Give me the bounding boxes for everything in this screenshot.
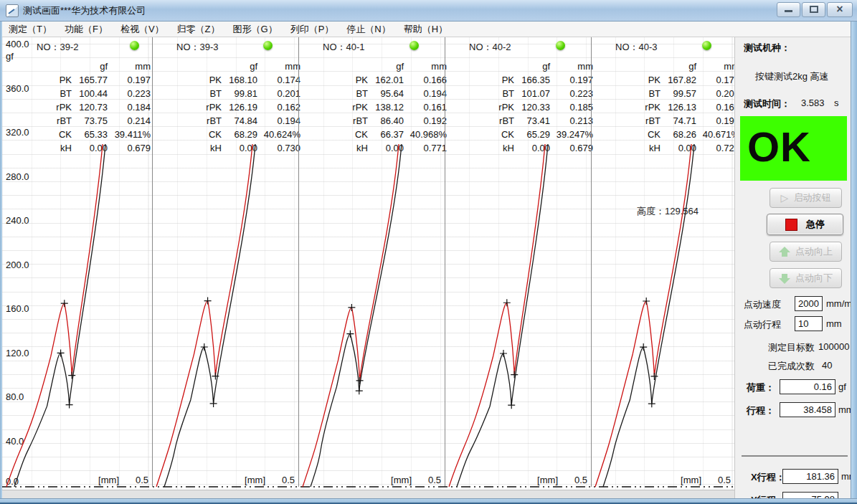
data-point-marker xyxy=(503,299,511,306)
data-point-marker xyxy=(346,331,354,338)
stroke-label: 行程： xyxy=(747,404,775,417)
test-time-value: 3.583 xyxy=(801,98,825,108)
menu-item-1[interactable]: 功能（F） xyxy=(58,22,114,37)
start-button[interactable]: ▷ 启动按钮 xyxy=(770,188,842,208)
menu-bar: 测定（T）功能（F）检视（V）归零（Z）图形（G）列印（P）停止（N）帮助（H） xyxy=(2,22,855,37)
test-time-label: 测试时间： xyxy=(744,98,790,110)
menu-item-2[interactable]: 检视（V） xyxy=(114,22,171,37)
menu-item-7[interactable]: 帮助（H） xyxy=(397,22,454,37)
jog-stroke-input[interactable]: 10 xyxy=(795,316,823,331)
window-border-right xyxy=(851,22,857,504)
data-point-marker xyxy=(204,298,212,305)
menu-item-0[interactable]: 测定（T） xyxy=(2,22,58,37)
load-unit: gf xyxy=(838,381,846,392)
chart-area: 400.0gf360.0320.0280.0240.0200.0160.0120… xyxy=(2,37,734,490)
window-border-bottom xyxy=(0,498,857,504)
app-window: 测试画面***华为技术有限公司 测定（T）功能（F）检视（V）归零（Z）图形（G… xyxy=(0,0,857,504)
data-point-marker xyxy=(348,304,355,311)
stroke-value: 38.458 xyxy=(780,402,835,417)
target-count-label: 测定目标数 xyxy=(768,341,815,354)
start-button-label: 启动按钮 xyxy=(793,191,830,204)
data-point-marker xyxy=(500,350,507,357)
data-point-marker xyxy=(511,371,518,379)
bottom-strip xyxy=(2,490,734,498)
load-value: 0.16 xyxy=(780,379,835,394)
emergency-stop-label: 急停 xyxy=(806,218,825,231)
done-count-label: 已完成次数 xyxy=(768,360,815,373)
data-point-marker xyxy=(650,373,658,380)
machine-type-value: 按键测试2kg 高速 xyxy=(755,70,829,83)
jog-down-label: 点动向下 xyxy=(795,272,833,285)
target-count-value: 100000 xyxy=(818,341,849,352)
result-text: OK xyxy=(740,116,847,178)
titlebar: 测试画面***华为技术有限公司 xyxy=(0,0,857,22)
data-point-marker xyxy=(68,372,75,379)
done-count-value: 40 xyxy=(822,360,832,371)
jog-down-button[interactable]: 点动向下 xyxy=(770,268,842,288)
menu-item-4[interactable]: 图形（G） xyxy=(227,22,284,37)
test-time-unit: s xyxy=(834,98,839,108)
arrow-up-icon xyxy=(779,247,790,257)
press-curve xyxy=(595,144,691,487)
data-point-marker xyxy=(57,349,65,356)
result-box: OK xyxy=(740,116,847,181)
menu-item-3[interactable]: 归零（Z） xyxy=(171,22,227,37)
window-title: 测试画面***华为技术有限公司 xyxy=(23,4,146,17)
press-curve xyxy=(6,144,103,487)
x-stroke-label: X行程： xyxy=(751,471,785,484)
stop-square-icon xyxy=(785,219,797,231)
data-point-marker xyxy=(201,343,208,351)
restore-button[interactable] xyxy=(802,2,825,17)
height-annotation: 高度：129.564 xyxy=(637,206,699,217)
app-icon xyxy=(6,4,19,17)
press-curve xyxy=(156,144,252,487)
x-stroke-value: 181.36 xyxy=(782,469,838,484)
minimize-button[interactable] xyxy=(777,2,800,17)
data-point-marker xyxy=(356,377,364,384)
press-curve xyxy=(303,144,399,487)
data-point-marker xyxy=(648,400,655,407)
arrow-down-icon xyxy=(779,273,790,284)
jog-speed-unit: mm/m xyxy=(826,298,852,309)
data-point-marker xyxy=(356,387,363,394)
jog-stroke-label: 点动行程 xyxy=(744,318,781,331)
sidebar-divider xyxy=(742,455,848,457)
jog-up-button[interactable]: 点动向上 xyxy=(770,242,842,262)
machine-type-label: 测试机种： xyxy=(744,42,790,54)
curves-layer: 高度：129.564 xyxy=(2,37,734,490)
menu-item-6[interactable]: 停止（N） xyxy=(340,22,397,37)
release-curve xyxy=(311,144,402,487)
play-icon: ▷ xyxy=(781,193,789,203)
data-point-marker xyxy=(61,300,68,307)
jog-speed-input[interactable]: 2000 xyxy=(795,296,823,311)
data-point-marker xyxy=(508,401,515,409)
jog-up-label: 点动向上 xyxy=(795,245,833,258)
data-point-marker xyxy=(66,401,73,409)
data-point-marker xyxy=(640,343,647,351)
jog-speed-label: 点动速度 xyxy=(744,298,781,311)
jog-stroke-unit: mm xyxy=(826,318,842,329)
load-label: 荷重： xyxy=(747,381,775,394)
press-curve xyxy=(449,144,545,487)
data-point-marker xyxy=(643,298,650,305)
close-button[interactable] xyxy=(827,2,853,17)
sidebar: 测试机种： 按键测试2kg 高速 测试时间： 3.583 s OK ▷ 启动按钮… xyxy=(734,37,853,504)
menu-item-5[interactable]: 列印（P） xyxy=(284,22,341,37)
emergency-stop-button[interactable]: 急停 xyxy=(767,214,843,235)
window-border-left xyxy=(0,22,2,504)
window-controls xyxy=(777,2,853,17)
data-point-marker xyxy=(210,400,217,407)
